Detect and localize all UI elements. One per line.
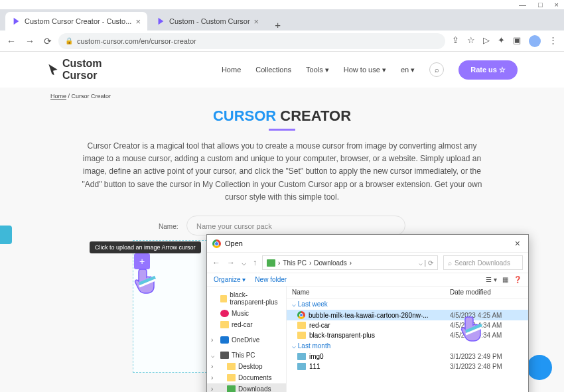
file-row[interactable]: bubble-milk-tea-kawaii-cartoon-260nw-...… [287, 310, 528, 320]
download-fab[interactable] [527, 355, 552, 380]
dialog-close-button[interactable]: × [512, 238, 523, 249]
forward-button[interactable]: → [25, 36, 35, 46]
incognito-icon[interactable]: ▣ [513, 35, 521, 47]
name-label: Name: [159, 223, 178, 230]
chrome-icon [297, 311, 305, 319]
file-open-dialog: Open × ← → ⌵ ↑ › This PC › Downloads › ⌵… [206, 234, 529, 392]
back-button[interactable]: ← [7, 36, 16, 46]
tree-item[interactable]: Documents [207, 372, 286, 383]
nav-howto[interactable]: How to use ▾ [344, 66, 386, 74]
file-list: ⌵ Last weekbubble-milk-tea-kawaii-cartoo… [287, 298, 528, 371]
tab-close-icon[interactable]: × [254, 17, 259, 27]
folder-icon [220, 321, 229, 328]
organize-menu[interactable]: Organize ▾ [214, 276, 246, 283]
file-name: red-car [309, 322, 330, 329]
new-tab-button[interactable]: + [268, 19, 287, 31]
breadcrumb: Home / Cursor Creator [0, 88, 564, 105]
title-underline [269, 129, 295, 131]
col-name[interactable]: Name [292, 289, 450, 296]
browser-tab-inactive[interactable]: Custom - Custom Cursor × [150, 12, 265, 31]
pc-icon [220, 352, 229, 359]
file-group[interactable]: ⌵ Last week [287, 298, 528, 310]
file-row[interactable]: img03/1/2023 2:49 PM [287, 352, 528, 361]
window-close[interactable]: × [555, 1, 559, 9]
nav-lang[interactable]: en ▾ [401, 66, 415, 74]
nav-recent-icon[interactable]: ⌵ [242, 258, 246, 267]
tab-title: Custom Cursor Creator - Custo... [25, 17, 131, 25]
tree-label: Documents [238, 374, 272, 381]
nav-home[interactable]: Home [222, 66, 241, 74]
profile-avatar[interactable] [529, 35, 541, 47]
file-row[interactable]: 1113/1/2023 2:48 PM [287, 361, 528, 371]
file-name: black-transparent-plus [309, 332, 375, 339]
extensions-icon[interactable]: ✦ [498, 35, 505, 47]
tree-label: black-transparent-plus [230, 291, 282, 306]
file-date: 4/5/2023 4:25 AM [450, 312, 523, 319]
search-icon: ⌕ [448, 259, 452, 267]
search-button[interactable]: ⌕ [429, 62, 444, 77]
file-date: 3/1/2023 2:48 PM [450, 363, 523, 370]
tab-close-icon[interactable]: × [135, 17, 141, 27]
file-group[interactable]: ⌵ Last month [287, 340, 528, 352]
file-row[interactable]: black-transparent-plus4/5/2023 4:34 AM [287, 330, 528, 340]
tree-item[interactable]: OneDrive [207, 334, 286, 346]
address-bar[interactable]: 🔒 custom-cursor.com/en/cursor-creator [58, 33, 445, 49]
tree-label: Desktop [238, 363, 263, 370]
tree-label: OneDrive [232, 336, 259, 344]
url-text: custom-cursor.com/en/cursor-creator [77, 37, 196, 45]
drive-icon [220, 336, 229, 344]
tree-label: Downloads [238, 385, 271, 392]
page-title: CURSOR CREATOR [0, 107, 564, 125]
tree-item[interactable]: black-transparent-plus [207, 289, 286, 308]
tab-title: Custom - Custom Cursor [169, 17, 250, 25]
tree-label: red-car [232, 321, 253, 328]
img-icon [297, 353, 306, 360]
favicon-icon [12, 17, 21, 26]
tree-item[interactable]: Music [207, 308, 286, 319]
breadcrumb-current: Cursor Creator [72, 93, 111, 99]
share-icon[interactable]: ⇪ [452, 35, 459, 47]
site-logo[interactable]: CustomCursor [46, 58, 102, 82]
browser-tab-active[interactable]: Custom Cursor Creator - Custo... × [5, 12, 147, 31]
menu-icon[interactable]: ⋮ [549, 35, 557, 47]
nav-collections[interactable]: Collections [255, 66, 291, 74]
tree-label: Music [232, 310, 249, 317]
tree-item[interactable]: red-car [207, 319, 286, 330]
favicon-icon [157, 17, 165, 26]
col-date[interactable]: Date modified [450, 289, 523, 296]
tree-item[interactable]: Downloads [207, 383, 286, 392]
file-name: bubble-milk-tea-kawaii-cartoon-260nw-... [309, 312, 429, 319]
dialog-search-input[interactable]: ⌕ Search Downloads [443, 255, 523, 270]
window-maximize[interactable]: □ [538, 1, 543, 9]
file-date: 3/1/2023 2:49 PM [450, 353, 523, 360]
nav-forward-icon[interactable]: → [227, 258, 235, 267]
nav-up-icon[interactable]: ↑ [253, 258, 257, 267]
new-folder-button[interactable]: New folder [255, 276, 287, 283]
folder-icon [227, 363, 236, 370]
folder-icon [227, 374, 236, 381]
tree-item[interactable]: Desktop [207, 361, 286, 372]
folder-icon [297, 322, 306, 329]
path-bar[interactable]: › This PC › Downloads › ⌵ | ⟳ [262, 255, 438, 270]
page-description: Cursor Creator is a magical tool that al… [0, 140, 564, 204]
rate-us-button[interactable]: Rate us ☆ [458, 60, 518, 80]
file-row[interactable]: red-car4/5/2023 4:34 AM [287, 320, 528, 330]
upload-plus-icon[interactable]: + [134, 253, 150, 269]
folder-icon [220, 295, 227, 302]
tree-item[interactable]: This PC [207, 350, 286, 361]
breadcrumb-home[interactable]: Home [50, 93, 66, 99]
ext-cursor-icon[interactable]: ▷ [483, 35, 490, 47]
window-minimize[interactable]: — [519, 1, 526, 9]
view-mode-icon[interactable]: ☰ ▾ [486, 276, 497, 283]
reload-button[interactable]: ⟳ [44, 36, 52, 46]
tree-label: This PC [232, 352, 255, 359]
music-icon [220, 310, 229, 317]
help-icon[interactable]: ❓ [514, 276, 522, 283]
nav-tools[interactable]: Tools ▾ [306, 66, 329, 74]
preview-icon[interactable]: ▦ [502, 276, 508, 283]
side-tab[interactable] [0, 226, 12, 244]
name-input[interactable]: Name your cursor pack [186, 216, 405, 235]
dialog-title: Open [225, 239, 243, 247]
nav-back-icon[interactable]: ← [212, 258, 220, 267]
bookmark-icon[interactable]: ☆ [467, 35, 475, 47]
